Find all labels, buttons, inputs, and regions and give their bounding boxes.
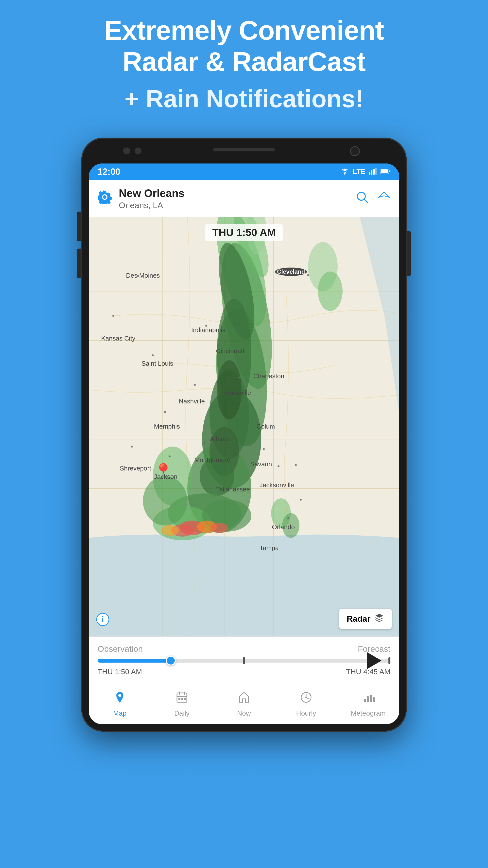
location-city: New Orleans: [119, 187, 349, 199]
bottom-nav: Map Daily: [89, 686, 399, 724]
timeline-section: Observation Forecast THU 1:50 AM: [89, 637, 399, 686]
wifi-icon: [340, 168, 349, 176]
nav-item-hourly[interactable]: Hourly: [275, 691, 337, 717]
nav-item-meteogram[interactable]: Meteogram: [337, 691, 399, 717]
volume-down-button: [77, 249, 82, 278]
phone-dots: [123, 148, 141, 154]
hourly-nav-icon: [300, 691, 313, 707]
svg-point-54: [112, 315, 115, 317]
svg-point-80: [305, 696, 307, 698]
search-icon[interactable]: [356, 191, 369, 207]
navigate-icon[interactable]: [378, 191, 390, 207]
map-svg: [89, 217, 399, 637]
svg-point-30: [200, 457, 234, 496]
svg-point-64: [295, 464, 297, 466]
radar-button[interactable]: Radar: [339, 609, 392, 629]
svg-point-56: [218, 421, 220, 423]
svg-rect-4: [376, 168, 377, 175]
nav-item-map[interactable]: Map: [89, 691, 151, 717]
phone-wrapper: 12:00 LTE: [0, 137, 488, 732]
settings-icon[interactable]: [98, 190, 112, 207]
timeline-end: [388, 657, 390, 664]
daily-nav-icon: [175, 691, 188, 707]
svg-point-50: [307, 274, 309, 276]
layers-icon: [375, 613, 384, 625]
now-nav-icon: [237, 691, 251, 707]
phone-speaker: [213, 148, 275, 151]
nav-item-now[interactable]: Now: [213, 691, 275, 717]
svg-point-40: [211, 523, 228, 533]
play-icon: [367, 652, 382, 669]
svg-point-51: [152, 354, 154, 356]
svg-rect-2: [371, 170, 372, 175]
power-button: [407, 231, 411, 276]
svg-point-65: [300, 499, 302, 501]
timeline-labels: Observation Forecast: [98, 644, 390, 654]
svg-rect-84: [373, 698, 375, 702]
svg-point-62: [233, 468, 235, 470]
phone-dot-1: [123, 148, 130, 154]
phone-screen: 12:00 LTE: [89, 163, 399, 724]
radar-label: Radar: [347, 614, 370, 624]
now-nav-label: Now: [237, 709, 251, 717]
svg-line-9: [364, 199, 368, 203]
phone-frame: 12:00 LTE: [82, 137, 407, 732]
svg-point-60: [203, 442, 205, 444]
header-section: Extremely Convenient Radar & RadarCast +…: [0, 0, 488, 123]
meteogram-nav-icon: [362, 691, 375, 707]
timeline-wrapper: [98, 659, 390, 662]
timeline-thumb[interactable]: [166, 656, 176, 665]
nav-item-daily[interactable]: Daily: [151, 691, 213, 717]
svg-rect-83: [370, 695, 372, 702]
svg-point-49: [225, 341, 227, 343]
location-pin: 📍: [153, 463, 173, 482]
timeline-times: THU 1:50 AM THU 4:45 AM: [98, 668, 390, 676]
timeline-progress: [98, 659, 171, 662]
svg-point-59: [169, 456, 170, 458]
phone-top-bar: [89, 145, 399, 160]
svg-point-44: [282, 513, 299, 538]
svg-rect-70: [177, 693, 187, 702]
phone-camera: [350, 146, 360, 156]
svg-point-55: [164, 411, 166, 413]
svg-rect-1: [369, 172, 370, 175]
svg-rect-82: [367, 696, 369, 702]
svg-point-69: [118, 694, 121, 697]
svg-rect-6: [381, 169, 388, 173]
play-button[interactable]: [367, 652, 382, 669]
timeline-track[interactable]: [98, 659, 390, 662]
svg-point-39: [161, 525, 179, 536]
svg-rect-81: [364, 699, 366, 702]
phone-dot-2: [135, 148, 141, 154]
map-timestamp: THU 1:50 AM: [205, 224, 283, 241]
svg-point-0: [344, 173, 346, 175]
info-button[interactable]: i: [96, 613, 109, 629]
signal-icon: [369, 168, 377, 176]
hourly-nav-label: Hourly: [296, 709, 316, 717]
headline-line1: Extremely Convenient: [104, 15, 384, 45]
battery-icon: [380, 168, 390, 176]
volume-up-button: [77, 212, 82, 241]
svg-rect-76: [184, 698, 186, 700]
map-container[interactable]: THU 1:50 AM Des Moines Indianapolis Cinc…: [89, 217, 399, 637]
header-actions: [356, 191, 390, 207]
status-time: 12:00: [98, 167, 120, 177]
headline-line2: Radar & RadarCast: [123, 46, 365, 77]
headline: Extremely Convenient Radar & RadarCast: [20, 15, 468, 77]
status-bar: 12:00 LTE: [89, 163, 399, 180]
app-header: New Orleans Orleans, LA: [89, 180, 399, 217]
svg-point-48: [205, 325, 207, 327]
svg-point-47: [137, 275, 139, 277]
map-nav-icon: [113, 691, 126, 707]
svg-point-66: [287, 517, 289, 519]
svg-rect-7: [389, 170, 390, 173]
svg-point-46: [318, 272, 343, 311]
svg-point-52: [194, 384, 196, 386]
svg-rect-75: [182, 698, 183, 700]
svg-point-53: [238, 376, 240, 378]
svg-point-58: [131, 445, 133, 447]
subheadline: + Rain Notifications!: [20, 85, 468, 113]
svg-rect-74: [178, 698, 181, 700]
svg-point-42: [143, 476, 187, 526]
time-start: THU 1:50 AM: [98, 668, 142, 676]
